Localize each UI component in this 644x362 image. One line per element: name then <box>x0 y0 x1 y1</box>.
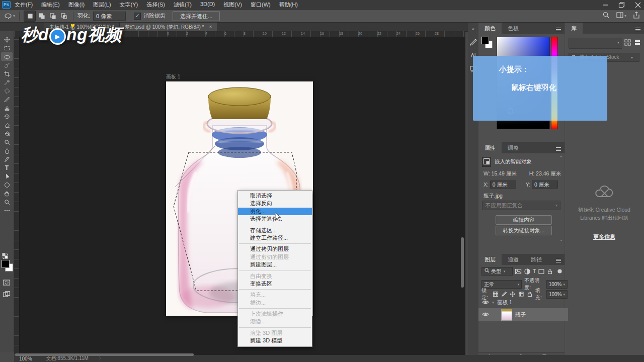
context-menu-item[interactable]: 取消选择 <box>238 192 312 200</box>
filter-toggle-icon[interactable] <box>557 268 562 274</box>
tab-properties[interactable]: 属性 <box>478 142 502 153</box>
status-options-icon[interactable]: 〉 <box>99 355 104 362</box>
hand-tool[interactable] <box>1 189 13 198</box>
filter-pixel-icon[interactable] <box>515 268 522 275</box>
zoom-level[interactable]: 100% <box>19 356 32 361</box>
panel-menu-icon[interactable] <box>555 256 561 265</box>
screen-mode-button[interactable] <box>3 291 11 300</box>
menu-item[interactable]: 3D(D) <box>200 1 215 9</box>
menu-item[interactable]: 窗口(W) <box>251 1 271 9</box>
edit-toolbar-button[interactable] <box>1 206 13 215</box>
zoom-tool[interactable] <box>1 198 13 206</box>
list-view-icon[interactable] <box>634 39 641 48</box>
lasso-tool[interactable] <box>1 52 13 61</box>
visibility-eye-icon[interactable] <box>482 300 489 306</box>
expand-chevron-icon[interactable]: ▾ <box>492 300 494 305</box>
close-button[interactable] <box>634 1 641 8</box>
history-brush-tool[interactable] <box>1 112 13 121</box>
context-menu-item[interactable]: 存储选区... <box>238 227 312 234</box>
menu-item[interactable]: 图像(I) <box>68 1 85 9</box>
library-select-dropdown[interactable]: ▾ <box>569 38 622 49</box>
more-info-link[interactable]: 更多信息 <box>569 233 639 241</box>
tab-layers[interactable]: 图层 <box>478 254 502 265</box>
selection-intersect-button[interactable] <box>58 11 69 21</box>
edit-contents-button[interactable]: 编辑内容 <box>496 215 552 225</box>
foreground-color[interactable] <box>2 260 10 268</box>
layer-row-artboard[interactable]: ▾ 画板 1 <box>478 297 568 308</box>
path-select-tool[interactable] <box>1 172 13 180</box>
menu-item[interactable]: 编辑(E) <box>41 1 60 9</box>
tab-adjustments[interactable]: 调整 <box>502 142 525 153</box>
type-tool[interactable]: T <box>1 163 13 172</box>
clone-stamp-tool[interactable] <box>1 104 13 112</box>
context-menu-item[interactable]: 选择反向 <box>238 200 312 207</box>
eraser-tool[interactable] <box>1 121 13 129</box>
restore-button[interactable] <box>618 1 625 8</box>
quick-mask-button[interactable] <box>3 279 11 289</box>
filter-smart-icon[interactable] <box>547 268 553 275</box>
lock-artboard-icon[interactable] <box>518 291 524 297</box>
color-swatches[interactable] <box>2 260 13 271</box>
menu-item[interactable]: 文件(F) <box>15 1 33 9</box>
smudge-tool[interactable] <box>1 146 13 155</box>
visibility-eye-icon[interactable] <box>482 312 489 318</box>
menu-item[interactable]: 选择(S) <box>146 1 165 9</box>
selection-add-button[interactable] <box>36 11 47 21</box>
convert-to-linked-button[interactable]: 转换为链接对象... <box>496 226 552 235</box>
tab-close-icon[interactable]: × <box>209 24 212 30</box>
lock-transparent-icon[interactable] <box>493 291 499 297</box>
menu-item[interactable]: 视图(V) <box>223 1 242 9</box>
context-menu-item[interactable]: 建立工作路径... <box>238 234 312 242</box>
tab-libraries[interactable]: 库 <box>565 23 583 34</box>
tab-paths[interactable]: 路径 <box>525 254 548 265</box>
panel-menu-icon[interactable] <box>555 25 561 34</box>
gradient-tool[interactable] <box>1 129 13 138</box>
menu-item[interactable]: 滤镜(T) <box>174 1 192 9</box>
tab-channels[interactable]: 通道 <box>502 254 525 265</box>
pen-tool[interactable] <box>1 155 13 163</box>
menu-item[interactable]: 文字(Y) <box>120 1 138 9</box>
feather-input[interactable]: 0 像素 <box>93 12 126 21</box>
y-position-input[interactable]: 0 厘米 <box>532 180 558 189</box>
brush-tool[interactable] <box>1 95 13 104</box>
collapse-panels-icon[interactable]: « <box>468 23 478 36</box>
selection-new-button[interactable] <box>24 11 36 22</box>
dodge-tool[interactable] <box>1 138 13 146</box>
lock-all-icon[interactable] <box>527 291 533 297</box>
healing-brush-tool[interactable] <box>1 86 13 95</box>
panel-menu-icon[interactable] <box>555 145 561 154</box>
context-menu-item[interactable]: 新建图层... <box>238 261 312 268</box>
preset-caret-icon[interactable]: ▾ <box>13 14 15 18</box>
panel-menu-icon[interactable] <box>634 25 641 34</box>
layer-filter-dropdown[interactable]: 类型 ▾ <box>481 267 513 276</box>
x-position-input[interactable]: 0 厘米 <box>490 180 516 189</box>
tab-swatches[interactable]: 色板 <box>502 23 525 34</box>
tab-color[interactable]: 颜色 <box>478 23 502 34</box>
workspace-switcher[interactable]: ▾ <box>616 11 626 21</box>
layer-thumbnail[interactable] <box>501 309 512 321</box>
color-foreground-swatch[interactable] <box>481 37 489 44</box>
minimize-button[interactable] <box>602 1 609 8</box>
lock-paint-icon[interactable] <box>501 291 507 297</box>
brush-panel-icon[interactable] <box>468 36 478 49</box>
move-tool[interactable] <box>1 35 13 44</box>
quick-select-tool[interactable] <box>1 61 13 69</box>
marquee-tool[interactable] <box>1 44 13 52</box>
search-icon[interactable] <box>602 11 610 21</box>
layer-comp-dropdown[interactable]: 不应用图层复合 ▾ <box>482 201 560 210</box>
filter-shape-icon[interactable] <box>538 268 545 275</box>
select-and-mask-button[interactable]: 选择并遮住... <box>173 11 220 21</box>
horizontal-scrollbar[interactable] <box>15 353 194 356</box>
context-menu-item[interactable]: 变换选区 <box>238 280 312 288</box>
selection-subtract-button[interactable] <box>47 11 58 21</box>
document-tab-2[interactable]: 梦幻.psd @ 100% (梦幻, RGB/8#) * × <box>120 23 217 31</box>
vertical-scrollbar[interactable] <box>461 237 464 288</box>
crop-tool[interactable] <box>1 69 13 78</box>
shape-tool[interactable] <box>1 180 13 189</box>
menu-item[interactable]: 图层(L) <box>93 1 111 9</box>
filter-adjust-icon[interactable] <box>524 268 531 275</box>
share-icon[interactable] <box>632 11 640 21</box>
context-menu-item[interactable]: 通过拷贝的图层 <box>238 245 312 253</box>
menu-item[interactable]: 帮助(H) <box>279 1 298 9</box>
filter-type-icon[interactable]: T <box>533 268 536 274</box>
